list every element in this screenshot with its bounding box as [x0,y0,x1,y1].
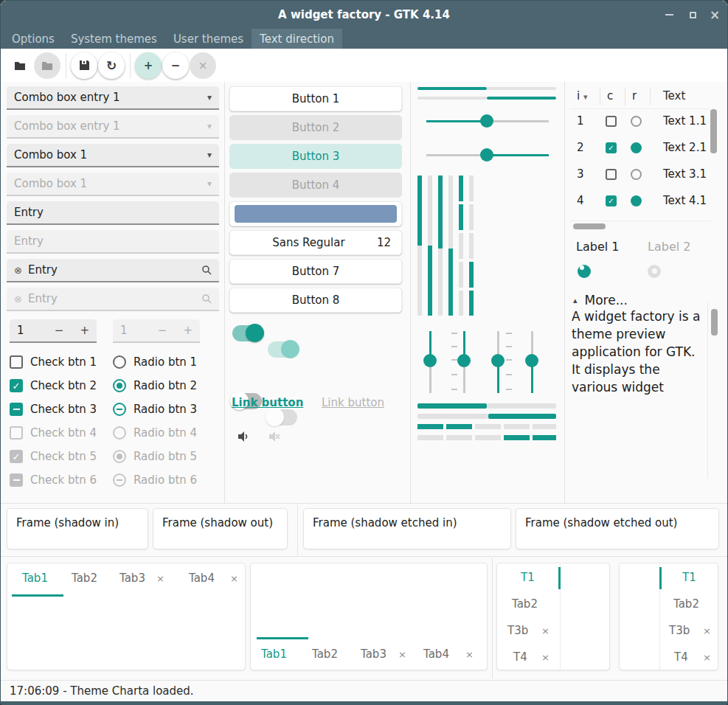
clear-icon[interactable]: ⊗ [14,265,22,276]
check-button-1[interactable]: Check btn 1 [10,355,97,369]
tab-2[interactable]: Tab2 [673,597,699,611]
horizontal-slider[interactable] [426,114,549,128]
notebook-tabs-top: Tab1 Tab2 Tab3 × Tab4 × [7,563,246,670]
slider-knob[interactable] [480,114,493,128]
vslider-knob[interactable] [423,354,437,367]
radio-icon[interactable] [631,116,642,127]
tab-t3b[interactable]: T3b [507,624,528,637]
tab-close-icon[interactable]: × [230,573,238,584]
menu-user-themes[interactable]: User themes [165,29,252,49]
tab-close-icon[interactable]: × [703,625,711,636]
search-icon[interactable] [201,265,212,275]
checkbox-icon[interactable] [606,116,617,127]
tab-4[interactable]: Tab4 [423,647,449,661]
tab-3[interactable]: Tab3 [361,647,386,661]
radio-button-3[interactable]: Radio btn 3 [113,403,197,416]
search-entry[interactable]: ⊗ Entry [7,259,219,282]
check-button-2[interactable]: ✓ Check btn 2 [10,379,97,392]
tab-close-icon[interactable]: × [541,652,550,663]
spin-button[interactable]: 1 − + [10,319,97,343]
table-row[interactable]: 3 Text 3.1 [570,162,709,189]
checkbox-checked-icon[interactable]: ✓ [10,379,23,392]
titlebar[interactable]: A widget factory - GTK 4.14 × [1,1,727,29]
left-column: Combo box entry 1 ▾ Combo box entry 1 ▾ … [7,82,219,502]
tab-t3b[interactable]: T3b [669,624,690,637]
switch-on[interactable] [232,325,262,341]
tree-header-c[interactable]: c [607,89,613,103]
about-textview[interactable]: A widget factory is a theme preview appl… [572,308,709,396]
tab-close-icon[interactable]: × [156,573,164,584]
tab-t4[interactable]: T4 [513,650,527,664]
tab-t4[interactable]: T4 [674,650,688,664]
tab-1[interactable]: Tab1 [22,572,48,585]
radio-selected-icon[interactable] [113,379,126,392]
add-button[interactable]: + [135,52,162,79]
tab-t1[interactable]: T1 [521,571,535,584]
radio-selected-icon[interactable] [631,142,642,153]
tree-header-r[interactable]: r [632,89,637,103]
checkbox-icon[interactable] [606,169,617,180]
close-button[interactable]: × [704,1,726,29]
link-button[interactable]: Link button [232,396,303,409]
tab-2[interactable]: Tab2 [312,647,338,661]
tab-close-icon[interactable]: × [398,649,406,660]
tab-2[interactable]: Tab2 [72,572,97,585]
spin-increment-button[interactable]: + [80,324,89,337]
button-7[interactable]: Button 7 [229,259,402,284]
expander-more[interactable]: ▴ More... [573,293,628,308]
delete-button-disabled[interactable]: × [190,52,216,79]
text-entry[interactable]: Entry [7,201,219,225]
tab-3[interactable]: Tab3 [119,572,145,585]
checkbox-icon[interactable] [10,355,23,369]
vertical-scrollbar[interactable] [710,109,717,153]
tab-close-icon[interactable]: × [703,652,711,663]
combo-box[interactable]: Combo box 1 ▾ [7,144,219,167]
color-button[interactable] [229,201,402,226]
refresh-button[interactable]: ↻ [98,52,125,79]
combo-box-entry[interactable]: Combo box entry 1 ▾ [7,86,219,110]
vslider-knob[interactable] [491,354,505,367]
tab-close-icon[interactable]: × [541,625,550,636]
font-button[interactable]: Sans Regular 12 [229,230,402,255]
tree-header-i[interactable]: i ▾ [577,89,587,103]
horizontal-scrollbar[interactable] [573,223,606,229]
minimize-button[interactable] [658,1,680,29]
radio-selected-icon[interactable] [631,195,642,206]
tab-1[interactable]: Tab1 [261,647,287,661]
horizontal-slider-inverted[interactable] [426,148,549,162]
radio-icon[interactable] [631,169,642,180]
volume-button[interactable] [237,430,250,443]
button-3-toggled[interactable]: Button 3 [229,144,402,169]
vertical-scrollbar[interactable] [711,309,718,336]
check-button-3[interactable]: Check btn 3 [10,403,97,416]
table-row[interactable]: 1 Text 1.1 [570,109,709,136]
slider-knob[interactable] [480,148,493,162]
radio-button-1[interactable]: Radio btn 1 [113,355,197,369]
save-button[interactable] [71,52,97,79]
table-row[interactable]: 4 ✓ Text 4.1 [570,189,709,215]
button-1[interactable]: Button 1 [229,86,402,111]
vslider-knob[interactable] [457,354,471,367]
menu-options[interactable]: Options [4,29,63,49]
tree-header-text[interactable]: Text [663,89,685,103]
folder-button[interactable] [7,52,33,79]
remove-button[interactable]: − [162,52,189,79]
button-8[interactable]: Button 8 [229,288,402,313]
checkbox-checked-icon[interactable]: ✓ [606,142,617,153]
checkbox-mixed-icon[interactable] [10,403,23,416]
radio-icon[interactable] [113,355,126,369]
folder-button-disabled[interactable] [34,52,60,79]
table-row[interactable]: 2 ✓ Text 2.1 [570,136,709,162]
menu-text-direction[interactable]: Text direction [252,29,342,49]
tab-2[interactable]: Tab2 [512,597,538,611]
tab-4[interactable]: Tab4 [189,572,215,585]
menu-system-themes[interactable]: System themes [63,29,165,49]
tab-t1[interactable]: T1 [682,571,696,584]
checkbox-checked-icon[interactable]: ✓ [606,195,617,206]
vslider-knob[interactable] [525,354,538,367]
spin-decrement-button[interactable]: − [55,324,64,337]
tab-close-icon[interactable]: × [465,649,474,660]
radio-mixed-icon[interactable] [113,403,126,416]
maximize-button[interactable] [682,1,704,29]
radio-button-2[interactable]: Radio btn 2 [113,379,197,392]
